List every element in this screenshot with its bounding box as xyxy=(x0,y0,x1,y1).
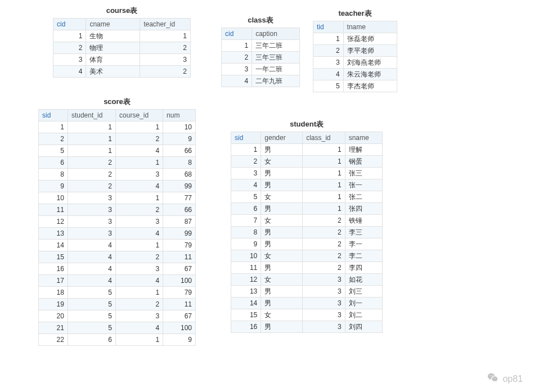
table-cell: 刘二 xyxy=(345,309,382,321)
table-row: 6218 xyxy=(39,157,196,169)
table-cell: 4 xyxy=(231,179,261,191)
table-cell: 15 xyxy=(231,309,261,321)
table-cell: 67 xyxy=(163,310,196,322)
table-cell: 张磊老师 xyxy=(343,33,397,45)
table-cell: 5 xyxy=(39,145,68,157)
table-cell: 13 xyxy=(231,286,261,298)
table-cell: 4 xyxy=(53,66,86,78)
table-cell: 4 xyxy=(116,181,163,192)
table-cell: 19 xyxy=(39,299,68,310)
table-row: 195211 xyxy=(39,299,196,310)
table-row: 5女1张二 xyxy=(231,191,383,203)
table-cell: 16 xyxy=(39,263,68,275)
table-row: 51466 xyxy=(39,145,196,157)
class-title: class表 xyxy=(221,14,300,28)
table-cell: 3 xyxy=(116,169,163,181)
table-row: 113266 xyxy=(39,204,196,216)
table-cell: 100 xyxy=(163,322,196,334)
table-cell: 3 xyxy=(303,298,345,309)
table-cell: 2 xyxy=(140,66,191,78)
table-cell: 物理 xyxy=(86,42,140,54)
table-row: 103177 xyxy=(39,192,196,204)
table-row: 8男2李三 xyxy=(231,227,383,238)
table-cell: 100 xyxy=(163,275,196,287)
table-cell: 11 xyxy=(163,251,196,263)
table-row: 3刘海燕老师 xyxy=(313,57,397,69)
table-cell: 66 xyxy=(163,204,196,216)
student-header-class_id: class_id xyxy=(303,132,345,144)
table-cell: 9 xyxy=(163,133,196,145)
table-cell: 87 xyxy=(163,216,196,228)
table-row: 12女3如花 xyxy=(231,274,383,286)
table-cell: 1 xyxy=(68,133,115,145)
table-cell: 21 xyxy=(39,322,68,334)
table-cell: 20 xyxy=(39,310,68,322)
table-cell: 张一 xyxy=(345,179,382,191)
table-cell: 6 xyxy=(39,157,68,169)
table-cell: 3 xyxy=(68,192,115,204)
course-header-cid: cid xyxy=(53,19,86,30)
class-header-caption: caption xyxy=(252,28,300,40)
table-cell: 张三 xyxy=(345,168,382,179)
table-cell: 11 xyxy=(231,262,261,274)
student-title: student表 xyxy=(231,118,383,132)
table-cell: 男 xyxy=(261,298,303,309)
table-cell: 3 xyxy=(313,57,344,69)
table-row: 1生物1 xyxy=(53,30,191,42)
table-cell: 2 xyxy=(39,133,68,145)
table-cell: 2 xyxy=(116,299,163,310)
table-cell: 1 xyxy=(68,145,115,157)
table-cell: 李杰老师 xyxy=(343,80,397,92)
table-cell: 男 xyxy=(261,168,303,179)
table-cell: 8 xyxy=(39,169,68,181)
table-row: 82368 xyxy=(39,169,196,181)
table-cell: 1 xyxy=(303,156,345,168)
table-cell: 10 xyxy=(163,121,196,133)
table-cell: 李一 xyxy=(345,238,382,250)
table-cell: 6 xyxy=(231,203,261,215)
table-cell: 李三 xyxy=(345,227,382,238)
table-cell: 1 xyxy=(116,240,163,251)
table-cell: 77 xyxy=(163,192,196,204)
class-table: cidcaption1三年二班2三年三班3一年二班4二年九班 xyxy=(221,28,300,87)
table-row: 4二年九班 xyxy=(222,75,300,87)
table-cell: 2 xyxy=(231,156,261,168)
table-cell: 99 xyxy=(163,228,196,240)
score-table: sidstudent_idcourse_idnum111102129514666… xyxy=(38,109,196,346)
score-header-course_id: course_id xyxy=(116,110,163,121)
table-cell: 男 xyxy=(261,179,303,191)
table-cell: 17 xyxy=(39,275,68,287)
table-cell: 刘三 xyxy=(345,286,382,298)
table-cell: 2 xyxy=(303,250,345,262)
course-header-cname: cname xyxy=(86,19,140,30)
table-cell: 女 xyxy=(261,215,303,227)
table-row: 4美术2 xyxy=(53,66,191,78)
table-cell: 1 xyxy=(222,40,252,52)
table-row: 133499 xyxy=(39,228,196,240)
table-cell: 女 xyxy=(261,156,303,168)
table-row: 10女2李二 xyxy=(231,250,383,262)
course-table-block: course表 cidcnameteacher_id1生物12物理23体育34美… xyxy=(53,4,191,78)
teacher-title: teacher表 xyxy=(313,7,397,21)
table-cell: 1 xyxy=(303,203,345,215)
table-cell: 5 xyxy=(68,299,115,310)
table-cell: 体育 xyxy=(86,54,140,66)
table-cell: 2 xyxy=(313,45,344,57)
table-row: 9男2李一 xyxy=(231,238,383,250)
table-cell: 生物 xyxy=(86,30,140,42)
table-cell: 2 xyxy=(116,133,163,145)
course-table: cidcnameteacher_id1生物12物理23体育34美术2 xyxy=(53,18,191,78)
table-row: 7女2铁锤 xyxy=(231,215,383,227)
table-row: 22619 xyxy=(39,334,196,346)
table-row: 16男3刘四 xyxy=(231,321,383,333)
table-row: 205367 xyxy=(39,310,196,322)
table-cell: 14 xyxy=(39,240,68,251)
teacher-header-tname: tname xyxy=(343,21,397,33)
table-cell: 67 xyxy=(163,263,196,275)
table-cell: 22 xyxy=(39,334,68,346)
watermark-text: op81 xyxy=(502,374,523,384)
table-row: 92499 xyxy=(39,181,196,192)
table-cell: 2 xyxy=(53,42,86,54)
table-cell: 6 xyxy=(68,334,115,346)
table-row: 2女1钢蛋 xyxy=(231,156,383,168)
